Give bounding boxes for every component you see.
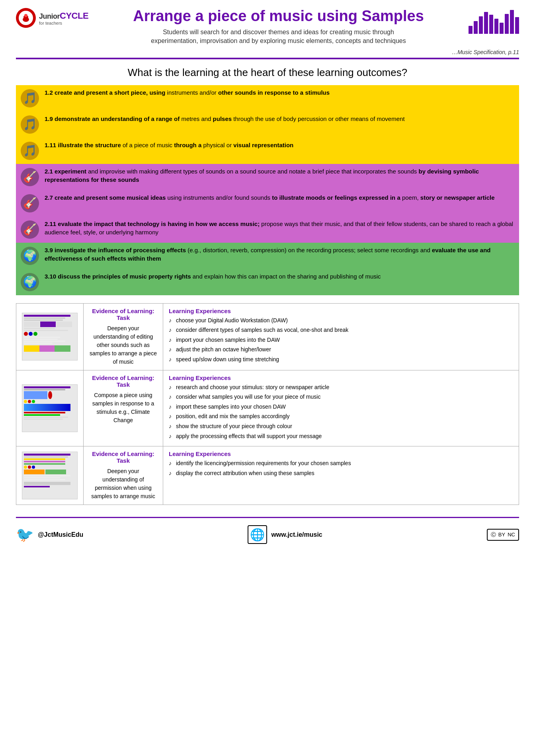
outcome-2-7-text: 2.7 create and present some musical idea…: [45, 193, 515, 202]
cc-badge: Ⓒ BY NC: [487, 529, 519, 541]
exp-label-3: Learning Experiences: [169, 450, 513, 457]
outcome-icon-img: 🎸: [21, 220, 39, 239]
section-question: What is the learning at the heart of the…: [16, 66, 519, 79]
task-desc-3: Deepen your understanding of permission …: [89, 467, 157, 501]
outcome-3-9: 🌍 3.9 investigate the influence of proce…: [16, 243, 519, 269]
exp-item: apply the processing effects that will s…: [169, 433, 513, 440]
logo-junior: Junior: [39, 13, 60, 21]
evidence-row-3-task: Evidence of Learning:Task Deepen your un…: [84, 446, 163, 505]
evidence-row-2-experiences: Learning Experiences research and choose…: [163, 370, 519, 446]
footer-website: 🌐 www.jct.ie/music: [248, 525, 322, 544]
evidence-row-3: Evidence of Learning:Task Deepen your un…: [16, 446, 519, 505]
outcome-1-9: 🎵 1.9 demonstrate an understanding of a …: [16, 111, 519, 138]
logo-for-teachers: for teachers: [39, 21, 88, 25]
bar-8: [505, 14, 509, 34]
outcome-icon-img: 🎵: [21, 142, 39, 160]
evidence-row-3-experiences: Learning Experiences identify the licenc…: [163, 446, 519, 505]
exp-item: show the structure of your piece through…: [169, 423, 513, 431]
bar-2: [474, 21, 478, 34]
exp-item: display the correct attribution when usi…: [169, 470, 513, 477]
exp-item: import these samples into your chosen DA…: [169, 403, 513, 411]
bar-7: [500, 23, 504, 34]
task-label-3: Evidence of Learning:Task: [89, 450, 157, 464]
bar-6: [494, 19, 498, 34]
logo-brand: JuniorCYCLE for teachers: [16, 8, 88, 29]
task-desc-2: Compose a piece using samples in respons…: [89, 391, 157, 425]
evidence-row-1-image: [16, 303, 84, 370]
mini-doc-3: [22, 452, 78, 499]
exp-item: adjust the pitch an octave higher/lower: [169, 346, 513, 354]
exp-item: identify the licencing/permission requir…: [169, 460, 513, 468]
outcomes-section: 🎵 1.2 create and present a short piece, …: [16, 85, 519, 295]
evidence-row-3-image: [16, 446, 84, 505]
exp-item: position, edit and mix the samples accor…: [169, 413, 513, 421]
twitter-handle: @JctMusicEdu: [38, 531, 83, 538]
outcome-3-9-icon: 🌍: [20, 246, 40, 266]
green-outcomes-block: 🌍 3.9 investigate the influence of proce…: [16, 243, 519, 295]
outcome-2-7-icon: 🎸: [20, 193, 40, 213]
outcome-1-2-icon: 🎵: [20, 88, 40, 108]
outcome-3-9-text: 3.9 investigate the influence of process…: [45, 246, 515, 263]
outcome-1-11-text: 1.11 illustrate the structure of a piece…: [45, 141, 515, 149]
exp-label-1: Learning Experiences: [169, 308, 513, 314]
exp-label-2: Learning Experiences: [169, 374, 513, 381]
logo-text-area: JuniorCYCLE for teachers: [39, 11, 88, 25]
bars-chart-icon: [469, 10, 519, 34]
yellow-outcomes-block: 🎵 1.2 create and present a short piece, …: [16, 85, 519, 164]
task-label-2: Evidence of Learning:Task: [89, 374, 157, 388]
footer-twitter: 🐦 @JctMusicEdu: [16, 526, 83, 543]
exp-item: choose your Digital Audio Workstation (D…: [169, 317, 513, 325]
logo-icon: [20, 12, 31, 23]
header-subtitle: Students will search for and discover th…: [96, 28, 461, 46]
page-footer: 🐦 @JctMusicEdu 🌐 www.jct.ie/music Ⓒ BY N…: [16, 517, 519, 544]
evidence-row-1-task: Evidence of Learning:Task Deepen your un…: [84, 303, 163, 370]
task-label-1: Evidence of Learning:Task: [89, 308, 157, 321]
bar-10: [515, 17, 519, 34]
exp-item: consider different types of samples such…: [169, 326, 513, 334]
by-icon: BY: [498, 532, 505, 538]
evidence-row-2-task: Evidence of Learning:Task Compose a piec…: [84, 370, 163, 446]
outcome-1-9-icon: 🎵: [20, 115, 40, 134]
outcome-3-10-icon: 🌍: [20, 272, 40, 292]
twitter-icon: 🐦: [16, 526, 34, 543]
footer-cc: Ⓒ BY NC: [487, 529, 519, 541]
outcome-icon-img: 🎵: [21, 89, 39, 107]
bar-4: [484, 12, 488, 34]
evidence-row-2: Evidence of Learning:Task Compose a piec…: [16, 370, 519, 446]
exp-item: research and choose your stimulus: story…: [169, 384, 513, 392]
outcome-3-10-text: 3.10 discuss the principles of music pro…: [45, 272, 515, 281]
outcome-2-11: 🎸 2.11 evaluate the impact that technolo…: [16, 216, 519, 243]
outcome-2-11-icon: 🎸: [20, 220, 40, 240]
page-header: JuniorCYCLE for teachers Arrange a piece…: [16, 8, 519, 46]
task-desc-1: Deepen your understanding of editing oth…: [89, 324, 157, 366]
outcome-1-11: 🎵 1.11 illustrate the structure of a pie…: [16, 138, 519, 164]
evidence-row-2-image: [16, 370, 84, 446]
evidence-row-1: Evidence of Learning:Task Deepen your un…: [16, 303, 519, 370]
outcome-2-11-text: 2.11 evaluate the impact that technology…: [45, 220, 515, 236]
outcome-3-10: 🌍 3.10 discuss the principles of music p…: [16, 269, 519, 295]
logo-circle: [16, 8, 36, 28]
outcome-1-2-text: 1.2 create and present a short piece, us…: [45, 88, 515, 97]
citation: …Music Specification, p.11: [16, 49, 519, 55]
cc-icon: Ⓒ: [491, 531, 496, 538]
svg-point-2: [24, 14, 27, 17]
exp-item: consider what samples you will use for y…: [169, 393, 513, 401]
outcome-2-1-icon: 🎸: [20, 167, 40, 187]
outcome-icon-img: 🌍: [21, 273, 39, 291]
outcome-icon-img: 🌍: [21, 247, 39, 265]
header-title-block: Arrange a piece of music using Samples S…: [88, 8, 469, 46]
bar-1: [469, 26, 473, 34]
mini-doc-1: [22, 313, 78, 360]
nc-icon: NC: [508, 532, 515, 538]
evidence-row-1-experiences: Learning Experiences choose your Digital…: [163, 303, 519, 370]
outcome-icon-img: 🎸: [21, 168, 39, 186]
outcome-icon-img: 🎵: [21, 115, 39, 134]
outcome-2-7: 🎸 2.7 create and present some musical id…: [16, 190, 519, 216]
page-title: Arrange a piece of music using Samples: [96, 8, 461, 25]
bar-5: [489, 15, 493, 34]
outcome-1-9-text: 1.9 demonstrate an understanding of a ra…: [45, 115, 515, 123]
logo-cycle: CYCLE: [60, 11, 88, 21]
exp-list-3: identify the licencing/permission requir…: [169, 460, 513, 477]
outcome-2-1-text: 2.1 experiment and improvise with making…: [45, 167, 515, 184]
outcome-icon-img: 🎸: [21, 194, 39, 212]
